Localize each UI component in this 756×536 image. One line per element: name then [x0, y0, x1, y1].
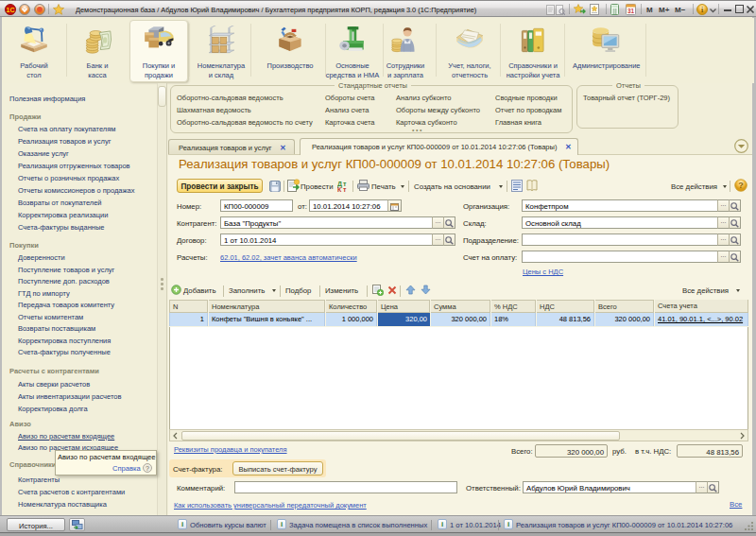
svg-text:?: ?	[738, 181, 744, 190]
svg-text:т: т	[343, 186, 347, 192]
svg-text:К: К	[337, 186, 342, 192]
svg-text:?: ?	[146, 465, 149, 472]
svg-text:1С: 1С	[7, 7, 15, 13]
svg-text:31: 31	[627, 8, 635, 14]
